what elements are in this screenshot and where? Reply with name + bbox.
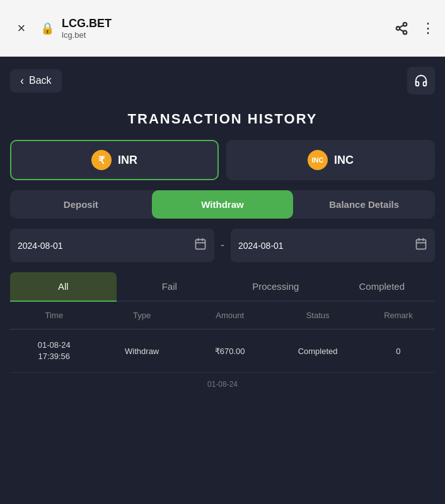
header-amount: Amount [186,311,274,320]
cell-type-0: Withdraw [98,346,185,356]
date-from-input[interactable]: 2024-08-01 [10,229,214,262]
cell-remark-0: 0 [362,346,435,356]
date-to-input[interactable]: 2024-08-01 [231,229,435,262]
tab-balance-details[interactable]: Balance Details [293,190,435,219]
currency-tab-inc[interactable]: INC INC [226,140,435,180]
status-tab-fail[interactable]: Fail [117,272,223,301]
svg-rect-9 [417,239,426,249]
status-tab-processing[interactable]: Processing [222,272,329,301]
status-tab-all[interactable]: All [10,272,117,301]
type-tabs: Deposit Withdraw Balance Details [10,190,435,219]
header-status: Status [274,311,361,320]
transaction-table: Time Type Amount Status Remark 01-08-24 … [10,302,435,396]
cell-amount-0: ₹670.00 [186,346,274,356]
lock-icon: 🔒 [40,21,54,35]
table-row: 01-08-24 17:39:56 Withdraw ₹670.00 Compl… [10,329,435,373]
status-tab-completed[interactable]: Completed [329,272,436,301]
status-tabs: All Fail Processing Completed [10,272,435,302]
svg-line-3 [400,29,403,32]
site-name: LCG.BET [62,17,387,30]
browser-close-button[interactable]: × [10,17,33,40]
cell-status-0: Completed [274,346,361,356]
browser-actions: ⋮ [395,20,435,37]
calendar-to-icon [415,238,427,253]
site-url: lcg.bet [62,30,387,40]
header-remark: Remark [362,311,435,320]
calendar-from-icon [194,238,207,253]
header-type: Type [98,311,185,320]
browser-bar: × 🔒 LCG.BET lcg.bet ⋮ [0,0,445,57]
share-button[interactable] [395,21,408,35]
svg-rect-5 [196,239,205,249]
inc-icon: INC [308,150,328,170]
date-range: 2024-08-01 - 2024-08-01 [0,229,445,262]
svg-line-4 [400,25,403,27]
app-content: ‹ Back TRANSACTION HISTORY ₹ INR INC INC… [0,57,445,504]
date-separator: - [221,239,224,252]
cell-time-0: 01-08-24 17:39:56 [10,340,98,362]
cell-time-partial: 01-08-24 [10,379,435,390]
header-time: Time [10,311,98,320]
tab-deposit[interactable]: Deposit [10,190,152,219]
browser-title-block: LCG.BET lcg.bet [62,17,387,40]
tab-withdraw[interactable]: Withdraw [152,190,294,219]
headset-button[interactable] [407,67,435,94]
currency-tab-inr[interactable]: ₹ INR [10,140,219,180]
table-row-partial: 01-08-24 [10,373,435,396]
back-bar: ‹ Back [0,57,445,105]
browser-menu-button[interactable]: ⋮ [421,20,435,37]
table-header: Time Type Amount Status Remark [10,302,435,329]
page-title: TRANSACTION HISTORY [0,105,445,140]
inr-icon: ₹ [91,150,112,170]
back-button[interactable]: ‹ Back [10,69,62,93]
currency-tabs: ₹ INR INC INC [0,140,445,180]
back-arrow-icon: ‹ [20,74,24,88]
